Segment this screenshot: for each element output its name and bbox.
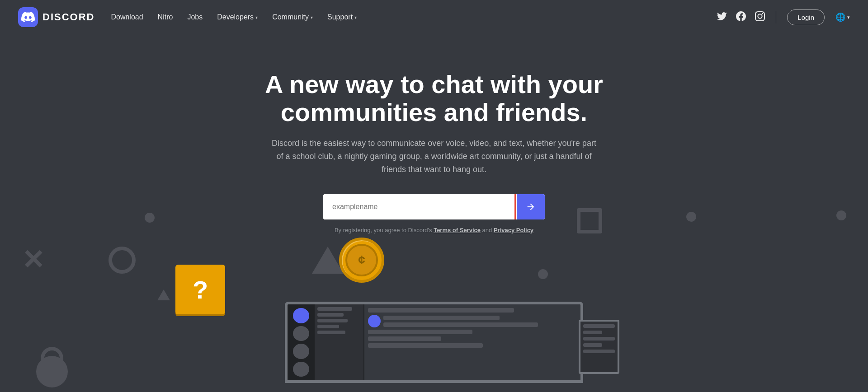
social-icons <box>717 11 765 23</box>
nav-link-community[interactable]: Community ▾ <box>272 13 313 21</box>
triangle-decoration <box>312 247 344 274</box>
register-submit-button[interactable] <box>517 194 545 219</box>
message-row <box>368 315 577 327</box>
nav-link-nitro[interactable]: Nitro <box>158 13 173 21</box>
circle-decoration <box>108 247 136 274</box>
dot-right-lower-decoration <box>538 269 548 279</box>
sidebar-server-icon-2 <box>293 326 309 341</box>
nav-link-support[interactable]: Support ▾ <box>327 13 357 21</box>
nav-item-nitro[interactable]: Nitro <box>158 13 173 21</box>
nav-link-download[interactable]: Download <box>111 13 143 21</box>
logo[interactable]: DISCORD <box>18 7 94 27</box>
logo-icon <box>18 7 38 27</box>
channel-bar <box>317 307 352 311</box>
message-line <box>383 316 500 320</box>
nav-link-developers[interactable]: Developers ▾ <box>217 13 258 21</box>
hero-title: A new way to chat with your communities … <box>208 70 660 126</box>
nav-link-jobs[interactable]: Jobs <box>187 13 203 21</box>
panel-bar <box>583 350 615 353</box>
sidebar-server-icon <box>293 308 309 323</box>
headphone-circle <box>36 356 68 387</box>
register-form <box>0 194 868 219</box>
coin-inner: ¢ <box>345 244 378 276</box>
channel-bar <box>317 325 339 328</box>
chevron-down-icon: ▾ <box>255 15 258 20</box>
sidebar-server-icon-3 <box>293 344 309 359</box>
nav-item-download[interactable]: Download <box>111 13 143 21</box>
nav-item-community[interactable]: Community ▾ <box>272 13 313 21</box>
register-input-wrapper <box>323 194 545 219</box>
register-legal: By registering, you agree to Discord's T… <box>0 227 868 233</box>
panel-bar <box>583 343 602 347</box>
nav-right: Login 🌐 ▾ <box>717 9 850 25</box>
laptop-main-content <box>364 304 580 380</box>
twitter-icon[interactable] <box>717 11 727 23</box>
question-mark-icon: ? <box>193 275 208 304</box>
tos-link[interactable]: Terms of Service <box>434 227 481 233</box>
nav-left: DISCORD Download Nitro Jobs Developers ▾… <box>18 7 357 27</box>
triangle-small-decoration <box>157 289 170 300</box>
chevron-down-icon: ▾ <box>847 14 850 20</box>
chevron-down-icon: ▾ <box>311 15 313 20</box>
laptop-channel-list <box>315 304 364 380</box>
translate-icon: 🌐 <box>835 12 845 22</box>
message-avatar <box>368 315 381 327</box>
panel-bar <box>583 324 615 328</box>
nav-divider <box>776 11 776 23</box>
panel-bar <box>583 337 615 341</box>
message-bar <box>368 330 472 334</box>
laptop-decoration <box>262 302 606 392</box>
coin-decoration: ¢ <box>339 238 384 283</box>
bottom-left-decoration <box>36 342 90 387</box>
message-bar <box>368 308 514 313</box>
coin-symbol: ¢ <box>358 253 365 267</box>
laptop-screen <box>285 302 583 383</box>
message-bar <box>368 343 483 348</box>
sidebar-server-icon-4 <box>293 362 309 377</box>
headphone-arc <box>41 347 63 360</box>
laptop-sidebar <box>288 304 315 380</box>
nav-item-jobs[interactable]: Jobs <box>187 13 203 21</box>
username-input[interactable] <box>323 194 517 219</box>
logo-text: DISCORD <box>42 11 94 23</box>
question-box-decoration: ? <box>175 265 225 314</box>
facebook-icon[interactable] <box>736 11 746 23</box>
channel-bar <box>317 319 348 322</box>
nav-links: Download Nitro Jobs Developers ▾ Communi… <box>111 13 357 21</box>
nav-item-support[interactable]: Support ▾ <box>327 13 357 21</box>
language-button[interactable]: 🌐 ▾ <box>835 12 850 22</box>
channel-bar <box>317 331 345 334</box>
hero-section: ✕ ? ¢ <box>0 34 868 392</box>
message-line <box>383 322 538 327</box>
chevron-down-icon: ▾ <box>354 15 357 20</box>
login-button[interactable]: Login <box>787 9 825 25</box>
channel-bar <box>317 313 344 317</box>
privacy-link[interactable]: Privacy Policy <box>494 227 533 233</box>
hero-subtitle: Discord is the easiest way to communicat… <box>271 137 597 176</box>
navbar: DISCORD Download Nitro Jobs Developers ▾… <box>0 0 868 34</box>
arrow-right-icon <box>526 202 536 212</box>
nav-item-developers[interactable]: Developers ▾ <box>217 13 258 21</box>
panel-bar <box>583 331 602 334</box>
right-panel-decoration <box>579 320 619 374</box>
message-bar <box>368 336 441 341</box>
instagram-icon[interactable] <box>755 11 765 23</box>
x-decoration: ✕ <box>22 247 44 274</box>
